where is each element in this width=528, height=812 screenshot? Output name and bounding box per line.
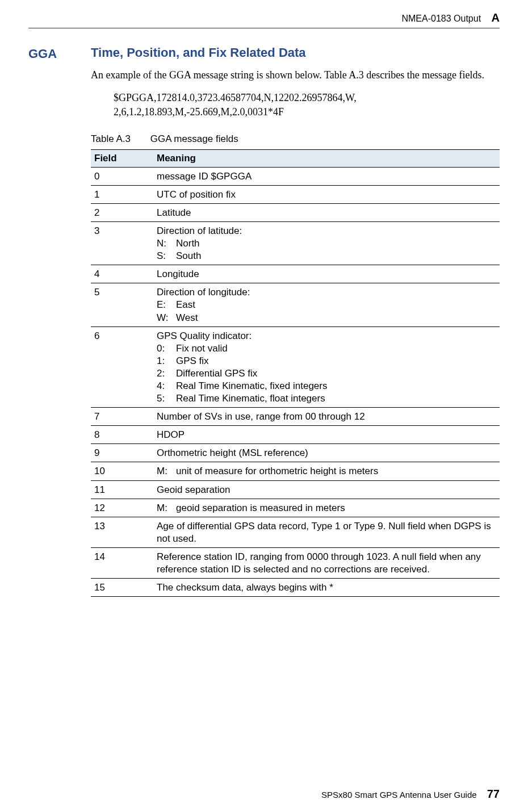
cell-meaning: M:geoid separation is measured in meters	[153, 499, 500, 517]
table-row: 2Latitude	[91, 203, 500, 221]
cell-field: 2	[91, 203, 153, 221]
example-block: $GPGGA,172814.0,3723.46587704,N,12202.26…	[114, 91, 500, 119]
cell-meaning: HDOP	[153, 426, 500, 444]
table-row: 4Longitude	[91, 265, 500, 283]
sublist-item: 1:GPS fix	[157, 355, 496, 367]
table-row: 3Direction of latitude:N:NorthS:South	[91, 221, 500, 265]
sublist-item: W:West	[157, 312, 496, 324]
cell-meaning: Geoid separation	[153, 480, 500, 499]
table-label: Table A.3	[91, 133, 131, 144]
table-row: 15The checksum data, always begins with …	[91, 579, 500, 597]
table-row: 10M:unit of measure for orthometric heig…	[91, 462, 500, 480]
cell-field: 0	[91, 167, 153, 185]
example-line-1: $GPGGA,172814.0,3723.46587704,N,12202.26…	[114, 91, 500, 105]
cell-field: 6	[91, 327, 153, 408]
sublist-item: N:North	[157, 237, 496, 250]
col-header-field: Field	[91, 149, 153, 167]
col-header-meaning: Meaning	[153, 149, 500, 167]
fields-table: Field Meaning 0message ID $GPGGA1UTC of …	[91, 149, 500, 597]
table-row: 8HDOP	[91, 426, 500, 444]
cell-meaning: The checksum data, always begins with *	[153, 579, 500, 597]
cell-meaning: UTC of position fix	[153, 185, 500, 203]
cell-field: 15	[91, 579, 153, 597]
page-footer: SPSx80 Smart GPS Antenna User Guide 77	[321, 788, 500, 801]
cell-meaning: Reference station ID, ranging from 0000 …	[153, 547, 500, 578]
footer-guide: SPSx80 Smart GPS Antenna User Guide	[321, 790, 476, 800]
cell-field: 12	[91, 499, 153, 517]
cell-field: 4	[91, 265, 153, 283]
sublist-item: 5:Real Time Kinematic, float integers	[157, 392, 496, 405]
cell-meaning: GPS Quality indicator:0:Fix not valid1:G…	[153, 327, 500, 408]
table-row: 1UTC of position fix	[91, 185, 500, 203]
cell-meaning: M:unit of measure for orthometric height…	[153, 462, 500, 480]
cell-meaning: Latitude	[153, 203, 500, 221]
sublist-item: 0:Fix not valid	[157, 342, 496, 355]
table-row: 5Direction of longitude:E:EastW:West	[91, 283, 500, 327]
cell-field: 8	[91, 426, 153, 444]
running-header: NMEA-0183 Output A	[28, 11, 500, 28]
cell-field: 5	[91, 283, 153, 327]
table-row: 12M:geoid separation is measured in mete…	[91, 499, 500, 517]
table-row: 13Age of differential GPS data record, T…	[91, 517, 500, 547]
cell-field: 13	[91, 517, 153, 547]
cell-field: 11	[91, 480, 153, 499]
table-title: GGA message fields	[150, 133, 238, 144]
cell-meaning: message ID $GPGGA	[153, 167, 500, 185]
cell-meaning: Direction of longitude:E:EastW:West	[153, 283, 500, 327]
table-caption: Table A.3 GGA message fields	[91, 133, 500, 145]
section-tag: GGA	[28, 45, 62, 597]
cell-meaning: Number of SVs in use, range from 00 thro…	[153, 408, 500, 426]
cell-meaning: Direction of latitude:N:NorthS:South	[153, 221, 500, 265]
cell-meaning: Age of differential GPS data record, Typ…	[153, 517, 500, 547]
sublist-item: 4:Real Time Kinematic, fixed integers	[157, 380, 496, 392]
table-row: 0message ID $GPGGA	[91, 167, 500, 185]
sublist-item: 2:Differential GPS fix	[157, 367, 496, 380]
footer-page-number: 77	[487, 788, 500, 800]
cell-field: 3	[91, 221, 153, 265]
cell-field: 1	[91, 185, 153, 203]
cell-meaning: Longitude	[153, 265, 500, 283]
cell-meaning: Orthometric height (MSL reference)	[153, 444, 500, 462]
sublist-item: S:South	[157, 250, 496, 262]
table-row: 7Number of SVs in use, range from 00 thr…	[91, 408, 500, 426]
cell-field: 9	[91, 444, 153, 462]
section-title: Time, Position, and Fix Related Data	[91, 45, 500, 60]
section-intro: An example of the GGA message string is …	[91, 68, 500, 82]
cell-field: 10	[91, 462, 153, 480]
table-row: 14Reference station ID, ranging from 000…	[91, 547, 500, 578]
sublist-item: E:East	[157, 299, 496, 311]
example-line-2: 2,6,1.2,18.893,M,-25.669,M,2.0,0031*4F	[114, 105, 500, 119]
table-row: 11Geoid separation	[91, 480, 500, 499]
cell-field: 7	[91, 408, 153, 426]
table-row: 9Orthometric height (MSL reference)	[91, 444, 500, 462]
table-row: 6GPS Quality indicator:0:Fix not valid1:…	[91, 327, 500, 408]
cell-field: 14	[91, 547, 153, 578]
chapter-letter: A	[492, 11, 500, 24]
chapter-label: NMEA-0183 Output	[401, 14, 481, 23]
